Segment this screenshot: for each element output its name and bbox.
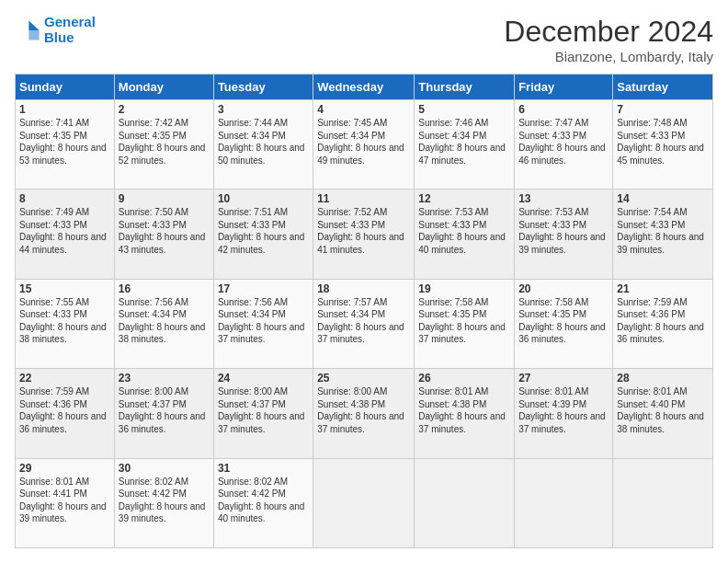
week-row-4: 22Sunrise: 7:59 AMSunset: 4:36 PMDayligh… <box>16 369 713 458</box>
logo-text: General Blue <box>44 15 96 45</box>
calendar-cell: 20Sunrise: 7:58 AMSunset: 4:35 PMDayligh… <box>515 279 613 368</box>
logo: General Blue <box>15 15 96 45</box>
day-number: 1 <box>19 103 110 116</box>
cell-text: Sunrise: 7:58 AMSunset: 4:35 PMDaylight:… <box>418 297 506 345</box>
header: General Blue December 2024 Bianzone, Lom… <box>15 15 713 64</box>
day-number: 29 <box>19 462 110 475</box>
cell-text: Sunrise: 7:59 AMSunset: 4:36 PMDaylight:… <box>617 297 704 345</box>
calendar-cell: 16Sunrise: 7:56 AMSunset: 4:34 PMDayligh… <box>114 279 213 368</box>
day-number: 17 <box>218 282 309 295</box>
day-number: 25 <box>317 372 410 385</box>
calendar-cell: 1Sunrise: 7:41 AMSunset: 4:35 PMDaylight… <box>16 100 115 190</box>
cell-text: Sunrise: 7:45 AMSunset: 4:34 PMDaylight:… <box>317 118 404 166</box>
logo-icon <box>15 17 40 43</box>
calendar-cell: 12Sunrise: 7:53 AMSunset: 4:33 PMDayligh… <box>415 190 515 279</box>
day-number: 28 <box>617 372 709 385</box>
calendar-cell: 25Sunrise: 8:00 AMSunset: 4:38 PMDayligh… <box>313 369 415 458</box>
cell-text: Sunrise: 7:51 AMSunset: 4:33 PMDaylight:… <box>218 207 305 255</box>
col-header-thursday: Thursday <box>415 75 515 100</box>
calendar-cell: 8Sunrise: 7:49 AMSunset: 4:33 PMDaylight… <box>16 190 115 279</box>
day-number: 26 <box>418 372 510 385</box>
calendar-table: SundayMondayTuesdayWednesdayThursdayFrid… <box>15 74 713 548</box>
day-number: 6 <box>518 103 609 116</box>
cell-text: Sunrise: 8:01 AMSunset: 4:38 PMDaylight:… <box>418 386 506 434</box>
week-row-2: 8Sunrise: 7:49 AMSunset: 4:33 PMDaylight… <box>16 190 713 279</box>
day-number: 30 <box>119 462 210 475</box>
cell-text: Sunrise: 7:50 AMSunset: 4:33 PMDaylight:… <box>119 207 206 255</box>
cell-text: Sunrise: 8:00 AMSunset: 4:38 PMDaylight:… <box>317 386 404 434</box>
day-number: 8 <box>19 192 110 205</box>
svg-marker-0 <box>28 20 39 30</box>
cell-text: Sunrise: 7:56 AMSunset: 4:34 PMDaylight:… <box>119 297 206 345</box>
day-number: 18 <box>317 282 410 295</box>
cell-text: Sunrise: 7:41 AMSunset: 4:35 PMDaylight:… <box>19 118 107 166</box>
cell-text: Sunrise: 7:42 AMSunset: 4:35 PMDaylight:… <box>119 118 206 166</box>
col-header-wednesday: Wednesday <box>313 75 415 100</box>
day-number: 15 <box>19 282 110 295</box>
title-block: December 2024 Bianzone, Lombardy, Italy <box>504 15 713 64</box>
cell-text: Sunrise: 8:02 AMSunset: 4:42 PMDaylight:… <box>119 477 206 524</box>
calendar-cell: 3Sunrise: 7:44 AMSunset: 4:34 PMDaylight… <box>213 100 313 190</box>
day-number: 24 <box>218 372 309 385</box>
calendar-cell: 9Sunrise: 7:50 AMSunset: 4:33 PMDaylight… <box>114 190 213 279</box>
cell-text: Sunrise: 7:47 AMSunset: 4:33 PMDaylight:… <box>518 118 606 166</box>
day-number: 3 <box>218 103 309 116</box>
cell-text: Sunrise: 7:48 AMSunset: 4:33 PMDaylight:… <box>617 118 704 166</box>
day-number: 2 <box>119 103 210 116</box>
page: General Blue December 2024 Bianzone, Lom… <box>0 0 728 563</box>
col-header-tuesday: Tuesday <box>213 75 313 100</box>
cell-text: Sunrise: 7:58 AMSunset: 4:35 PMDaylight:… <box>518 297 606 345</box>
calendar-cell <box>415 458 515 547</box>
day-number: 23 <box>119 372 210 385</box>
month-title: December 2024 <box>504 15 713 49</box>
week-row-1: 1Sunrise: 7:41 AMSunset: 4:35 PMDaylight… <box>16 100 713 190</box>
day-number: 19 <box>418 282 510 295</box>
cell-text: Sunrise: 7:55 AMSunset: 4:33 PMDaylight:… <box>19 297 107 345</box>
calendar-cell: 17Sunrise: 7:56 AMSunset: 4:34 PMDayligh… <box>213 279 313 368</box>
calendar-cell: 31Sunrise: 8:02 AMSunset: 4:42 PMDayligh… <box>213 458 313 547</box>
calendar-cell: 5Sunrise: 7:46 AMSunset: 4:34 PMDaylight… <box>415 100 515 190</box>
cell-text: Sunrise: 7:44 AMSunset: 4:34 PMDaylight:… <box>218 118 305 166</box>
calendar-cell: 22Sunrise: 7:59 AMSunset: 4:36 PMDayligh… <box>16 369 115 458</box>
day-number: 12 <box>418 192 510 205</box>
day-number: 16 <box>119 282 210 295</box>
calendar-cell: 4Sunrise: 7:45 AMSunset: 4:34 PMDaylight… <box>313 100 415 190</box>
day-number: 11 <box>317 192 410 205</box>
calendar-cell <box>515 458 613 547</box>
col-header-monday: Monday <box>114 75 213 100</box>
day-number: 10 <box>218 192 309 205</box>
cell-text: Sunrise: 7:57 AMSunset: 4:34 PMDaylight:… <box>317 297 404 345</box>
calendar-cell: 21Sunrise: 7:59 AMSunset: 4:36 PMDayligh… <box>613 279 713 368</box>
cell-text: Sunrise: 8:00 AMSunset: 4:37 PMDaylight:… <box>119 386 206 434</box>
day-number: 22 <box>19 372 110 385</box>
cell-text: Sunrise: 7:54 AMSunset: 4:33 PMDaylight:… <box>617 207 704 255</box>
calendar-cell: 18Sunrise: 7:57 AMSunset: 4:34 PMDayligh… <box>313 279 415 368</box>
calendar-cell: 14Sunrise: 7:54 AMSunset: 4:33 PMDayligh… <box>613 190 713 279</box>
day-number: 31 <box>218 462 309 475</box>
cell-text: Sunrise: 8:02 AMSunset: 4:42 PMDaylight:… <box>218 477 305 524</box>
day-number: 4 <box>317 103 410 116</box>
cell-text: Sunrise: 7:56 AMSunset: 4:34 PMDaylight:… <box>218 297 305 345</box>
calendar-cell: 29Sunrise: 8:01 AMSunset: 4:41 PMDayligh… <box>16 458 115 547</box>
cell-text: Sunrise: 7:53 AMSunset: 4:33 PMDaylight:… <box>418 207 506 255</box>
cell-text: Sunrise: 8:01 AMSunset: 4:40 PMDaylight:… <box>617 386 704 434</box>
week-row-3: 15Sunrise: 7:55 AMSunset: 4:33 PMDayligh… <box>16 279 713 368</box>
col-header-saturday: Saturday <box>613 75 713 100</box>
day-number: 20 <box>518 282 609 295</box>
calendar-cell <box>613 458 713 547</box>
calendar-cell: 26Sunrise: 8:01 AMSunset: 4:38 PMDayligh… <box>415 369 515 458</box>
calendar-cell: 24Sunrise: 8:00 AMSunset: 4:37 PMDayligh… <box>213 369 313 458</box>
calendar-cell: 7Sunrise: 7:48 AMSunset: 4:33 PMDaylight… <box>613 100 713 190</box>
week-row-5: 29Sunrise: 8:01 AMSunset: 4:41 PMDayligh… <box>16 458 713 547</box>
col-header-friday: Friday <box>515 75 613 100</box>
calendar-cell: 11Sunrise: 7:52 AMSunset: 4:33 PMDayligh… <box>313 190 415 279</box>
cell-text: Sunrise: 8:00 AMSunset: 4:37 PMDaylight:… <box>218 386 305 434</box>
calendar-cell: 23Sunrise: 8:00 AMSunset: 4:37 PMDayligh… <box>114 369 213 458</box>
calendar-cell: 15Sunrise: 7:55 AMSunset: 4:33 PMDayligh… <box>16 279 115 368</box>
day-number: 7 <box>617 103 709 116</box>
cell-text: Sunrise: 8:01 AMSunset: 4:39 PMDaylight:… <box>518 386 606 434</box>
col-header-sunday: Sunday <box>16 75 115 100</box>
cell-text: Sunrise: 7:46 AMSunset: 4:34 PMDaylight:… <box>418 118 506 166</box>
calendar-cell: 30Sunrise: 8:02 AMSunset: 4:42 PMDayligh… <box>114 458 213 547</box>
svg-marker-1 <box>28 30 39 40</box>
